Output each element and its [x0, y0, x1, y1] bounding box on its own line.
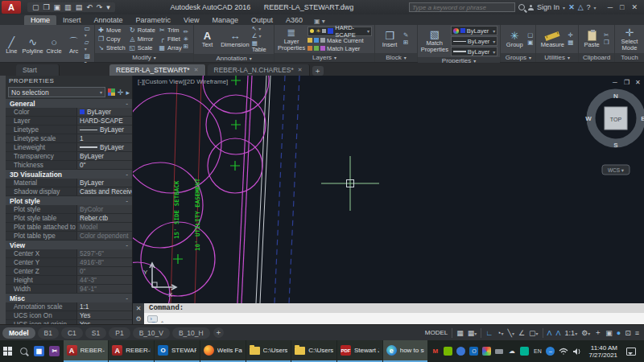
- fillet-button[interactable]: ╭Fillet: [159, 35, 182, 43]
- ungroup-icon[interactable]: ▢: [527, 32, 533, 39]
- layer-tool-icon[interactable]: [308, 38, 312, 43]
- photos-tray-icon[interactable]: [482, 347, 491, 356]
- ortho-mode-icon[interactable]: ∟: [485, 329, 493, 337]
- layer-tool-icon[interactable]: [308, 46, 312, 51]
- property-value[interactable]: 1: [76, 134, 132, 142]
- cut-icon[interactable]: ✂: [604, 32, 609, 39]
- taskbar-button-autocad-1[interactable]: AREBER-L...: [64, 340, 109, 362]
- modify-extra-icon[interactable]: ⊞: [184, 43, 188, 50]
- language-indicator[interactable]: EN: [533, 347, 542, 356]
- ribbon-display-toggle-icon[interactable]: ▣ ▾: [314, 18, 325, 25]
- paste-button[interactable]: Paste: [581, 31, 602, 48]
- match-properties-button[interactable]: ▧ Match Properties: [420, 29, 449, 53]
- panel-title-layers[interactable]: Layers▾: [275, 53, 374, 62]
- taskbar-button-pdf[interactable]: PDFStewart J...: [337, 340, 382, 362]
- section-view[interactable]: View-: [6, 241, 132, 249]
- new-tab-button[interactable]: ＋: [312, 66, 324, 76]
- ellipse-icon[interactable]: ▱ ▾: [85, 39, 92, 52]
- polar-tracking-icon[interactable]: ◔▾: [497, 329, 503, 337]
- block-editor-icon[interactable]: ⊞: [403, 39, 408, 46]
- outlook-tray-icon[interactable]: O: [469, 347, 478, 356]
- section-3d-visualization[interactable]: 3D Visualization-: [6, 170, 132, 179]
- open-icon[interactable]: ❒: [43, 3, 50, 11]
- tab-annotate[interactable]: Annotate: [88, 15, 130, 25]
- layout-tab-model[interactable]: Model: [2, 327, 35, 339]
- taskbar-button-outlook[interactable]: OSTEWART...: [155, 340, 200, 362]
- section-misc[interactable]: Misc-: [6, 294, 132, 302]
- help-dropdown-icon[interactable]: ▾: [594, 5, 597, 10]
- command-input[interactable]: ›_ ‸: [144, 313, 644, 324]
- move-button[interactable]: ✚Move: [97, 26, 126, 35]
- saveas-icon[interactable]: ▥: [64, 3, 72, 11]
- file-tab-ncharles[interactable]: REBER-LA_N.CHARLES*✕: [208, 64, 310, 76]
- viewport-controls-label[interactable]: [-][Custom View][2D Wireframe]: [138, 78, 228, 85]
- measure-button[interactable]: Measure: [539, 31, 566, 48]
- new-layout-button[interactable]: ＋: [213, 327, 224, 338]
- minimize-button[interactable]: ─: [608, 3, 613, 11]
- grid-display-icon[interactable]: ▦: [456, 329, 464, 337]
- clean-screen-icon[interactable]: ⊡: [625, 329, 631, 337]
- stretch-button[interactable]: ↘Stretch: [97, 43, 126, 52]
- property-value[interactable]: Reber.ctb: [76, 214, 132, 222]
- section-plot-style[interactable]: Plot style-: [6, 196, 132, 205]
- onedrive-cloud-icon[interactable]: ☁: [507, 347, 516, 356]
- property-value[interactable]: Casts and Receives S...: [76, 187, 132, 195]
- panel-title-groups[interactable]: Groups▾: [501, 53, 535, 62]
- search-icon[interactable]: [518, 4, 525, 10]
- property-value[interactable]: 0": [76, 161, 132, 169]
- quick-select-icon[interactable]: [108, 88, 115, 96]
- graphics-performance-icon[interactable]: ●: [617, 329, 621, 337]
- close-tab-icon[interactable]: ✕: [194, 67, 199, 73]
- exchange-apps-icon[interactable]: ✕: [568, 3, 575, 11]
- tab-view[interactable]: View: [177, 15, 205, 25]
- close-button[interactable]: ✕: [631, 3, 638, 11]
- start-button[interactable]: [0, 340, 15, 362]
- layout-tab-b10v[interactable]: B_10_V: [133, 327, 170, 339]
- tab-manage[interactable]: Manage: [205, 15, 245, 25]
- panel-title-block[interactable]: Block▾: [375, 53, 417, 62]
- arc-button[interactable]: ⌒Arc: [64, 37, 83, 55]
- signin-dropdown-icon[interactable]: ▾: [563, 5, 565, 10]
- dimension-button[interactable]: ↔Dimension: [220, 31, 250, 48]
- layer-tool-icon[interactable]: [314, 38, 319, 43]
- help-icon[interactable]: ?: [587, 3, 591, 11]
- utility-line[interactable]: [289, 76, 299, 303]
- rectangle-icon[interactable]: ▭ ▾: [85, 26, 92, 39]
- layout-tab-s1[interactable]: S1: [85, 327, 106, 339]
- close-tab-icon[interactable]: ✕: [298, 67, 303, 73]
- create-block-icon[interactable]: ✎: [403, 32, 408, 39]
- leader-icon[interactable]: ↖ ▾: [252, 26, 271, 32]
- tab-parametric[interactable]: Parametric: [130, 15, 178, 25]
- wrench-icon[interactable]: ⚙: [135, 315, 141, 323]
- property-value[interactable]: Yes: [76, 311, 132, 319]
- search-input[interactable]: [409, 2, 515, 12]
- panel-title-clipboard[interactable]: Clipboard: [579, 53, 614, 62]
- circle-button[interactable]: ○Circle: [45, 37, 64, 55]
- layout-tab-b10h[interactable]: B_10_H: [172, 327, 210, 339]
- snip-tool-icon[interactable]: ✂: [47, 340, 62, 362]
- property-value[interactable]: Yes: [76, 320, 132, 324]
- tab-home[interactable]: Home: [24, 15, 56, 25]
- autocad-logo-icon[interactable]: A: [2, 1, 21, 14]
- battery-icon[interactable]: [495, 349, 503, 354]
- volume-icon[interactable]: [572, 348, 581, 356]
- taskbar-button-folder-1[interactable]: C:\Users\y...: [246, 340, 291, 362]
- wifi-icon[interactable]: [559, 348, 568, 356]
- viewport-minimize-icon[interactable]: ─: [612, 79, 617, 86]
- annotation-scale-button[interactable]: 1:1▾: [565, 329, 578, 337]
- new-icon[interactable]: ▢: [32, 3, 39, 11]
- file-tab-start[interactable]: Start: [16, 64, 60, 76]
- panel-title-touch[interactable]: Touch: [615, 53, 644, 62]
- close-command-icon[interactable]: ✕: [136, 305, 142, 312]
- trim-button[interactable]: ✂Trim: [159, 26, 182, 35]
- annotation-monitor-icon[interactable]: ＋: [594, 327, 601, 338]
- layer-tool-icon[interactable]: [314, 46, 319, 51]
- layer-tool-icon[interactable]: [320, 46, 325, 51]
- tab-a360[interactable]: A360: [279, 15, 309, 25]
- snap-mode-icon[interactable]: ▦▾: [468, 329, 477, 337]
- rotate-button[interactable]: ↻Rotate: [129, 26, 155, 35]
- nvidia-tray-icon[interactable]: [444, 347, 452, 356]
- linetype-dropdown[interactable]: ByLayer ▾: [451, 36, 498, 46]
- copy-button[interactable]: ❐Copy: [97, 35, 126, 43]
- object-snap-tracking-icon[interactable]: ∠: [518, 329, 525, 337]
